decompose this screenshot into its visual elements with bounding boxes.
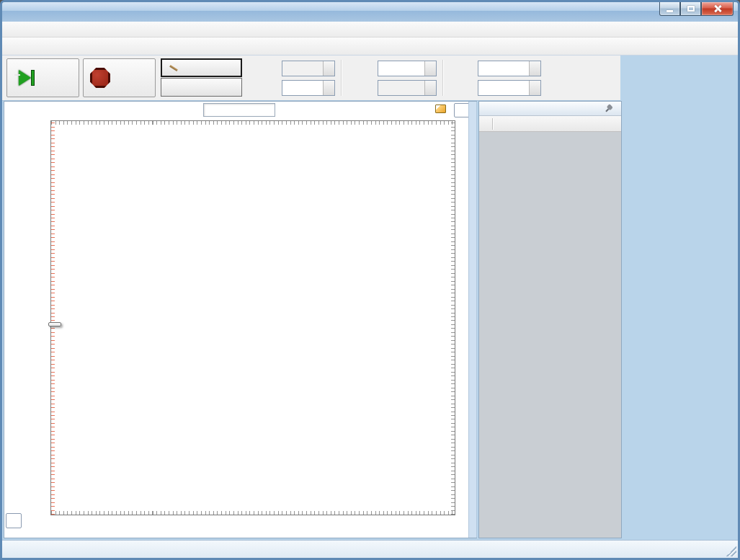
- trigger-status: [203, 103, 275, 117]
- measurements-toolbar: [479, 116, 621, 132]
- left-tick-ruler: [51, 121, 55, 515]
- autoset-wand-icon: [168, 63, 179, 74]
- minimize-button[interactable]: [659, 2, 680, 16]
- scope-measurements-splitter[interactable]: [468, 102, 477, 538]
- pin-icon[interactable]: [603, 103, 615, 115]
- chevron-down-icon: [529, 61, 540, 76]
- properties-icon: [435, 105, 446, 113]
- maximize-button[interactable]: [680, 2, 701, 16]
- waveforms-logo-icon: [6, 6, 18, 18]
- control-bar: [2, 55, 620, 101]
- stop-icon: [90, 68, 110, 88]
- scope-panel: [4, 101, 477, 538]
- mode-select[interactable]: [282, 80, 335, 96]
- stop-button[interactable]: [83, 58, 156, 97]
- title-bar: [2, 2, 738, 22]
- chevron-down-icon: [529, 81, 540, 95]
- single-icon: [14, 68, 37, 88]
- status-bar: [2, 540, 738, 558]
- add-channel-icon: [167, 82, 179, 93]
- type-select[interactable]: [378, 80, 437, 96]
- plot-properties-button[interactable]: [435, 105, 447, 113]
- source-select[interactable]: [378, 61, 437, 76]
- menu-bar: [2, 22, 738, 37]
- measurement-tooltip: [48, 322, 61, 326]
- buffer-select[interactable]: [282, 61, 335, 76]
- add-channel-button[interactable]: [161, 78, 242, 97]
- chevron-down-icon: [323, 81, 334, 95]
- minimize-icon: [667, 10, 673, 12]
- close-icon: [713, 5, 722, 12]
- x-axis-options-button[interactable]: [6, 513, 22, 528]
- measurements-title-bar: [479, 102, 621, 116]
- resize-grip[interactable]: [726, 546, 736, 556]
- top-tick-ruler: [51, 121, 455, 125]
- plot-area[interactable]: [50, 120, 455, 515]
- toolbar: [2, 37, 738, 55]
- cond-select[interactable]: [478, 61, 541, 76]
- autoset-button[interactable]: [161, 58, 242, 77]
- chevron-down-icon: [424, 81, 436, 95]
- measurements-panel: [478, 101, 622, 538]
- app-window: [0, 0, 740, 560]
- close-button[interactable]: [701, 2, 734, 16]
- bottom-tick-ruler: [51, 511, 455, 515]
- chevron-down-icon: [424, 61, 436, 76]
- scope-header: [4, 102, 476, 119]
- right-tick-ruler: [451, 121, 455, 515]
- level-select[interactable]: [478, 80, 541, 96]
- maximize-icon: [687, 6, 695, 12]
- single-button[interactable]: [6, 58, 79, 97]
- chevron-down-icon: [323, 61, 334, 76]
